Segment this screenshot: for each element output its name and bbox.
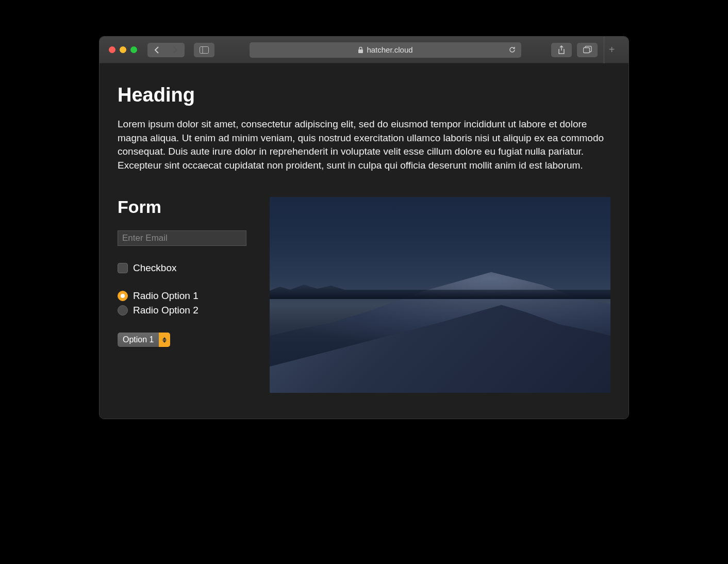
address-bar[interactable]: hatcher.cloud bbox=[250, 42, 521, 58]
sidebar-toggle-button[interactable] bbox=[194, 43, 214, 57]
form-heading: Form bbox=[118, 197, 254, 217]
lower-section: Form Checkbox Radio Option 1 Radi bbox=[118, 197, 610, 393]
radio-input-1[interactable] bbox=[118, 291, 128, 301]
lock-icon bbox=[358, 46, 363, 54]
reload-icon bbox=[508, 46, 516, 54]
page-paragraph: Lorem ipsum dolor sit amet, consectetur … bbox=[118, 118, 610, 172]
sidebar-icon bbox=[200, 46, 209, 54]
svg-rect-2 bbox=[358, 49, 363, 53]
radio-label-1: Radio Option 1 bbox=[133, 290, 198, 302]
email-field[interactable] bbox=[118, 230, 246, 246]
fullscreen-window-button[interactable] bbox=[130, 46, 137, 53]
toolbar-right: + bbox=[551, 37, 619, 63]
tabs-icon bbox=[583, 46, 592, 54]
select-dropdown[interactable]: Option 1 bbox=[118, 333, 170, 347]
share-icon bbox=[558, 45, 565, 54]
browser-window: hatcher.cloud + Hea bbox=[99, 36, 629, 419]
radio-label-2: Radio Option 2 bbox=[133, 305, 198, 316]
browser-titlebar: hatcher.cloud + bbox=[100, 37, 628, 63]
reload-button[interactable] bbox=[508, 46, 516, 54]
close-window-button[interactable] bbox=[109, 46, 115, 53]
radio-input-2[interactable] bbox=[118, 305, 128, 316]
back-button[interactable] bbox=[147, 43, 166, 57]
radio-row-1: Radio Option 1 bbox=[118, 290, 254, 302]
hero-image bbox=[270, 197, 610, 393]
page-heading: Heading bbox=[118, 84, 610, 106]
select-value: Option 1 bbox=[118, 335, 159, 344]
plus-icon: + bbox=[609, 44, 615, 56]
minimize-window-button[interactable] bbox=[120, 46, 126, 53]
checkbox-label: Checkbox bbox=[133, 262, 177, 274]
chevron-right-icon bbox=[173, 46, 178, 54]
navigation-buttons bbox=[147, 43, 185, 57]
image-column bbox=[270, 197, 610, 393]
new-tab-button[interactable]: + bbox=[604, 37, 619, 63]
svg-rect-3 bbox=[583, 48, 589, 53]
forward-button[interactable] bbox=[166, 43, 185, 57]
select-arrows-icon bbox=[159, 333, 170, 347]
page-content: Heading Lorem ipsum dolor sit amet, cons… bbox=[100, 63, 628, 419]
checkbox-input[interactable] bbox=[118, 263, 128, 273]
radio-group: Radio Option 1 Radio Option 2 bbox=[118, 290, 254, 316]
url-text: hatcher.cloud bbox=[367, 45, 412, 54]
form-column: Form Checkbox Radio Option 1 Radi bbox=[118, 197, 254, 393]
chevron-left-icon bbox=[154, 46, 159, 54]
window-controls bbox=[109, 46, 137, 53]
tabs-button[interactable] bbox=[577, 43, 598, 57]
checkbox-row: Checkbox bbox=[118, 262, 254, 274]
svg-rect-0 bbox=[200, 46, 209, 53]
share-button[interactable] bbox=[551, 43, 572, 57]
radio-row-2: Radio Option 2 bbox=[118, 305, 254, 316]
